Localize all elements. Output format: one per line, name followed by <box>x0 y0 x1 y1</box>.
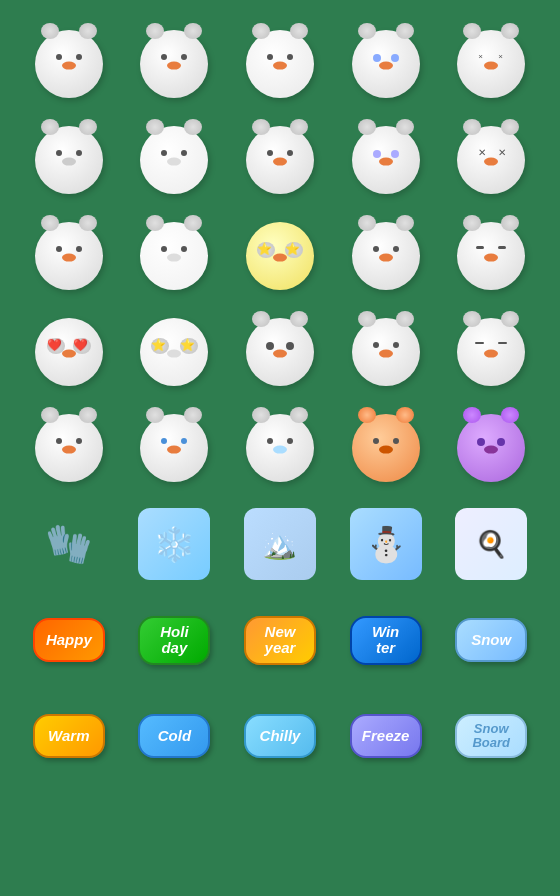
cell-bear8[interactable] <box>231 116 329 204</box>
cell-bear12[interactable] <box>126 212 224 300</box>
cell-sticker-holiday[interactable]: Holiday <box>126 596 224 684</box>
cell-sticker-newyear[interactable]: Newyear <box>231 596 329 684</box>
cell-bear5[interactable]: ×× <box>442 20 540 108</box>
cell-bear9[interactable] <box>337 116 435 204</box>
sticker-snowboard: SnowBoard <box>455 714 527 759</box>
cell-bear1[interactable] <box>20 20 118 108</box>
cell-bear14[interactable] <box>337 212 435 300</box>
bear-stern-1 <box>35 126 103 194</box>
bear-stareyes-1 <box>246 222 314 290</box>
cell-bear11[interactable] <box>20 212 118 300</box>
bear-annoyed-1 <box>352 318 420 386</box>
igloo-icon: 🏔️ <box>244 508 316 580</box>
sticker-warm: Warm <box>33 714 105 758</box>
cell-bear6[interactable] <box>20 116 118 204</box>
bear-xeyes-1: ✕✕ <box>457 126 525 194</box>
bear-cold-1 <box>246 414 314 482</box>
snowflake-icon: ❄️ <box>138 508 210 580</box>
cell-sticker-warm[interactable]: Warm <box>20 692 118 780</box>
cell-bear20[interactable] <box>442 308 540 396</box>
cell-mitts[interactable]: 🧤 <box>20 500 118 588</box>
bear-thinking-1 <box>35 222 103 290</box>
cell-bear16[interactable] <box>20 308 118 396</box>
bear-light-2 <box>140 222 208 290</box>
cell-bear19[interactable] <box>337 308 435 396</box>
bear-neutral-2 <box>352 222 420 290</box>
bear-neutral-1 <box>35 30 103 98</box>
sticker-chilly: Chilly <box>244 714 316 758</box>
cell-bear15[interactable] <box>442 212 540 300</box>
cell-bear17[interactable] <box>126 308 224 396</box>
cell-bear25[interactable] <box>442 404 540 492</box>
sticker-holiday: Holiday <box>138 616 210 665</box>
bear-stareyes-2 <box>140 318 208 386</box>
cell-snowstack[interactable]: 🍳 <box>442 500 540 588</box>
bear-orange-1 <box>352 414 420 482</box>
snowman-icon: ⛄ <box>350 508 422 580</box>
bear-normal-5a <box>35 414 103 482</box>
bear-surprised-1 <box>352 30 420 98</box>
sticker-freeze: Freeze <box>350 714 422 758</box>
emoji-grid: ×× <box>20 20 540 780</box>
cell-bear18[interactable] <box>231 308 329 396</box>
mittens-icon: 🧤 <box>45 522 92 566</box>
cell-sticker-happy[interactable]: Happy <box>20 596 118 684</box>
cell-sticker-snow[interactable]: Snow <box>442 596 540 684</box>
bear-sad-1 <box>246 126 314 194</box>
cell-bear4[interactable] <box>337 20 435 108</box>
bear-light-1 <box>140 126 208 194</box>
cell-bear7[interactable] <box>126 116 224 204</box>
bear-dizzy-1 <box>352 126 420 194</box>
cell-sticker-freeze[interactable]: Freeze <box>337 692 435 780</box>
cell-snowflake[interactable]: ❄️ <box>126 500 224 588</box>
bear-blueeyes-1 <box>140 414 208 482</box>
cell-bear23[interactable] <box>231 404 329 492</box>
sticker-newyear: Newyear <box>244 616 316 665</box>
sticker-snow: Snow <box>455 618 527 662</box>
bear-closedx-1: ×× <box>457 30 525 98</box>
sticker-cold: Cold <box>138 714 210 758</box>
bear-scared-1 <box>246 318 314 386</box>
cell-sticker-winter[interactable]: Winter <box>337 596 435 684</box>
snowstack-icon: 🍳 <box>455 508 527 580</box>
bear-sleeping-1 <box>457 318 525 386</box>
cell-bear10[interactable]: ✕✕ <box>442 116 540 204</box>
bear-purple-1 <box>457 414 525 482</box>
sticker-happy: Happy <box>33 618 105 662</box>
cell-bear13[interactable] <box>231 212 329 300</box>
cell-snowman[interactable]: ⛄ <box>337 500 435 588</box>
cell-sticker-cold[interactable]: Cold <box>126 692 224 780</box>
bear-hearteyes-1 <box>35 318 103 386</box>
cell-bear21[interactable] <box>20 404 118 492</box>
cell-sticker-snowboard[interactable]: SnowBoard <box>442 692 540 780</box>
bear-sleepy-1 <box>457 222 525 290</box>
cell-bear24[interactable] <box>337 404 435 492</box>
bear-grin-1 <box>246 30 314 98</box>
cell-igloo[interactable]: 🏔️ <box>231 500 329 588</box>
cell-bear2[interactable] <box>126 20 224 108</box>
cell-bear3[interactable] <box>231 20 329 108</box>
cell-sticker-chilly[interactable]: Chilly <box>231 692 329 780</box>
cell-bear22[interactable] <box>126 404 224 492</box>
bear-smile-1 <box>140 30 208 98</box>
sticker-winter: Winter <box>350 616 422 665</box>
